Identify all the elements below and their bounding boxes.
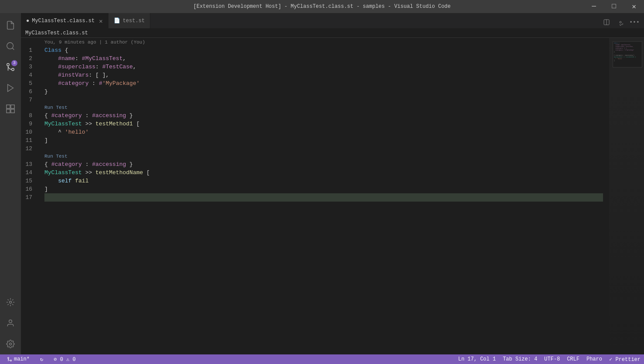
line-number-6: 6: [21, 88, 37, 96]
code-area[interactable]: You, 9 minutes ago | 1 author (You)Class…: [43, 38, 603, 354]
line-number-10: 10: [21, 128, 37, 136]
svg-point-2: [12, 68, 14, 71]
code-line-7: [44, 96, 603, 104]
titlebar: [Extension Development Host] - MyClassTe…: [0, 0, 644, 13]
line-number-11: 11: [21, 136, 37, 145]
status-language[interactable]: Pharo: [583, 354, 606, 364]
status-formatter[interactable]: ✓ Prettier: [606, 354, 644, 364]
minimap: Class { #name: #MyClassTest, #superclass…: [609, 38, 644, 354]
code-line-10: ^ 'hello': [44, 128, 603, 136]
line-ending: CRLF: [567, 356, 580, 362]
tab-testst[interactable]: 📄 test.st: [108, 13, 150, 28]
toggle-settings-button[interactable]: [614, 16, 627, 28]
code-line-9: MyClassTest >> testMethod1 [: [44, 120, 603, 128]
activity-icon-files[interactable]: [0, 15, 21, 36]
sync-icon: ↻: [40, 356, 43, 363]
branch-name: main*: [14, 356, 30, 362]
cursor-position: Ln 17, Col 1: [458, 356, 495, 362]
svg-rect-8: [7, 109, 10, 113]
svg-point-16: [8, 357, 9, 359]
svg-point-3: [7, 64, 10, 66]
line-number-14: 14: [21, 169, 37, 177]
svg-line-1: [12, 48, 14, 50]
code-line-11: ]: [44, 136, 603, 145]
activity-icon-remote[interactable]: [0, 292, 21, 313]
encoding: UTF-8: [544, 356, 560, 362]
line-number-7: 7: [21, 96, 37, 104]
status-line-ending[interactable]: CRLF: [563, 354, 583, 364]
svg-point-14: [620, 21, 621, 23]
close-button[interactable]: ✕: [624, 0, 644, 13]
code-line-1: Class {: [44, 46, 603, 54]
code-line-6: }: [44, 88, 603, 96]
line-number-9: 9: [21, 120, 37, 128]
svg-point-9: [10, 301, 12, 303]
more-actions-button[interactable]: •••: [628, 16, 641, 28]
code-line-17: [44, 193, 603, 202]
svg-point-11: [10, 343, 12, 345]
status-bar: main* ↻ ⊘ 0 ⚠ 0 Ln 17, Col 1 Tab Size: 4…: [0, 354, 644, 364]
status-encoding[interactable]: UTF-8: [541, 354, 563, 364]
editor-area: ● MyClassTest.class.st ✕ 📄 test.st •••: [21, 13, 644, 354]
status-errors[interactable]: ⊘ 0 ⚠ 0: [50, 354, 79, 364]
line-numbers: 1234567891011121314151617: [21, 38, 43, 354]
svg-marker-4: [8, 84, 14, 92]
titlebar-title: [Extension Development Host] - MyClassTe…: [193, 3, 451, 10]
line-number-16: 16: [21, 185, 37, 193]
tab-label-1: MyClassTest.class.st: [32, 18, 95, 24]
code-line-3: #superclass: #TestCase,: [44, 63, 603, 71]
tab-bar: ● MyClassTest.class.st ✕ 📄 test.st •••: [21, 13, 644, 28]
line-number-4: 4: [21, 71, 37, 79]
status-sync[interactable]: ↻: [37, 354, 47, 364]
minimize-button[interactable]: ─: [584, 0, 604, 13]
status-tab-size[interactable]: Tab Size: 4: [499, 354, 541, 364]
code-line-2: #name: #MyClassTest,: [44, 54, 603, 63]
tab-icon-1: ●: [26, 18, 29, 24]
run-test-link[interactable]: Run Test: [44, 104, 603, 111]
tab-label-2: test.st: [123, 18, 145, 24]
code-line-12: [44, 145, 603, 153]
run-test-link[interactable]: Run Test: [44, 153, 603, 160]
code-line-15: self fail: [44, 177, 603, 185]
status-right: Ln 17, Col 1 Tab Size: 4 UTF-8 CRLF Phar…: [454, 354, 644, 364]
status-branch[interactable]: main*: [3, 354, 33, 364]
code-line-13: { #category : #accessing }: [44, 160, 603, 169]
code-line-14: MyClassTest >> testMethodName [: [44, 169, 603, 177]
errors-count: ⊘ 0: [54, 356, 63, 363]
code-line-5: #category : #'MyPackage': [44, 79, 603, 88]
line-number-8: 8: [21, 111, 37, 120]
code-line-8: { #category : #accessing }: [44, 111, 603, 120]
tab-close-1[interactable]: ✕: [99, 17, 102, 25]
line-number-12: 12: [21, 145, 37, 153]
language: Pharo: [586, 356, 602, 362]
tab-icon-2: 📄: [114, 17, 120, 24]
code-line-16: ]: [44, 185, 603, 193]
formatter: ✓ Prettier: [609, 356, 641, 363]
split-editor-button[interactable]: [600, 16, 613, 28]
svg-point-10: [9, 320, 12, 323]
line-number-17: 17: [21, 193, 37, 202]
line-number-5: 5: [21, 79, 37, 88]
activity-bar: 3: [0, 13, 21, 354]
svg-rect-5: [7, 105, 10, 108]
activity-icon-account[interactable]: [0, 313, 21, 334]
activity-icon-extensions[interactable]: [0, 98, 21, 119]
line-number-1: 1: [21, 46, 37, 54]
activity-icon-debug[interactable]: [0, 78, 21, 98]
scrollbar-track[interactable]: [603, 38, 609, 354]
svg-point-0: [7, 43, 14, 49]
activity-icon-search[interactable]: [0, 36, 21, 57]
activity-icon-source-control[interactable]: 3: [0, 57, 21, 78]
status-position[interactable]: Ln 17, Col 1: [454, 354, 499, 364]
maximize-button[interactable]: □: [604, 0, 624, 13]
activity-icon-settings[interactable]: [0, 334, 21, 354]
line-number-13: 13: [21, 160, 37, 169]
app-body: 3: [0, 13, 644, 354]
breadcrumb-file[interactable]: MyClassTest.class.st: [25, 30, 88, 36]
minimap-content: Class { #name: #MyClassTest, #superclass…: [609, 38, 644, 354]
svg-point-15: [10, 360, 12, 361]
status-left: main* ↻ ⊘ 0 ⚠ 0: [0, 354, 83, 364]
line-number-3: 3: [21, 63, 37, 71]
minimap-preview: Class { #name: #MyClassTest, #superclass…: [613, 41, 642, 67]
tab-myclasstest[interactable]: ● MyClassTest.class.st ✕: [21, 13, 108, 28]
